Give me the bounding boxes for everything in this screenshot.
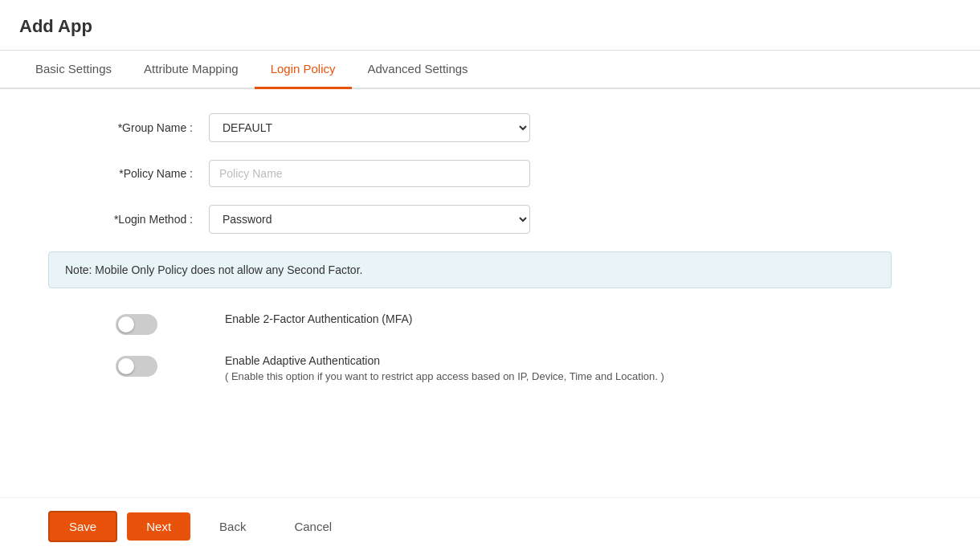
- mfa-toggle-container: [48, 312, 225, 335]
- mfa-toggle-label: Enable 2-Factor Authentication (MFA): [225, 312, 412, 325]
- mfa-toggle[interactable]: [116, 314, 157, 335]
- mfa-toggle-knob: [118, 316, 134, 333]
- adaptive-toggle[interactable]: [116, 356, 157, 377]
- adaptive-toggle-knob: [118, 358, 134, 374]
- next-button[interactable]: Next: [127, 512, 190, 541]
- page-header: Add App: [0, 0, 980, 51]
- mfa-toggle-row: Enable 2-Factor Authentication (MFA): [48, 312, 932, 335]
- mfa-toggle-text: Enable 2-Factor Authentication (MFA): [225, 312, 412, 325]
- group-name-select[interactable]: DEFAULT Group1 Group2: [209, 113, 530, 142]
- actions-bar: Save Next Back Cancel: [0, 497, 980, 555]
- group-name-label: *Group Name :: [48, 121, 209, 134]
- note-text: Note: Mobile Only Policy does not allow …: [65, 263, 362, 276]
- note-box: Note: Mobile Only Policy does not allow …: [48, 251, 892, 288]
- save-button[interactable]: Save: [48, 511, 117, 542]
- login-method-select[interactable]: Password OTP SSO: [209, 205, 530, 234]
- login-method-label: *Login Method :: [48, 213, 209, 226]
- adaptive-toggle-sublabel: ( Enable this option if you want to rest…: [225, 370, 664, 382]
- adaptive-toggle-container: [48, 354, 225, 377]
- page-title: Add App: [19, 16, 961, 37]
- policy-name-input[interactable]: [209, 160, 530, 187]
- tab-advanced-settings[interactable]: Advanced Settings: [352, 51, 484, 89]
- content-area: *Group Name : DEFAULT Group1 Group2 *Pol…: [0, 89, 980, 426]
- back-button[interactable]: Back: [200, 512, 265, 541]
- tab-login-policy[interactable]: Login Policy: [255, 51, 352, 89]
- policy-name-form-group: *Policy Name :: [48, 160, 932, 187]
- adaptive-toggle-label: Enable Adaptive Authentication: [225, 354, 664, 367]
- tabs-bar: Basic Settings Attribute Mapping Login P…: [0, 51, 980, 89]
- cancel-button[interactable]: Cancel: [275, 512, 351, 541]
- group-name-form-group: *Group Name : DEFAULT Group1 Group2: [48, 113, 932, 142]
- tab-attribute-mapping[interactable]: Attribute Mapping: [128, 51, 255, 89]
- login-method-form-group: *Login Method : Password OTP SSO: [48, 205, 932, 234]
- adaptive-toggle-row: Enable Adaptive Authentication ( Enable …: [48, 354, 932, 382]
- tab-basic-settings[interactable]: Basic Settings: [19, 51, 128, 89]
- adaptive-toggle-text: Enable Adaptive Authentication ( Enable …: [225, 354, 664, 382]
- policy-name-label: *Policy Name :: [48, 167, 209, 180]
